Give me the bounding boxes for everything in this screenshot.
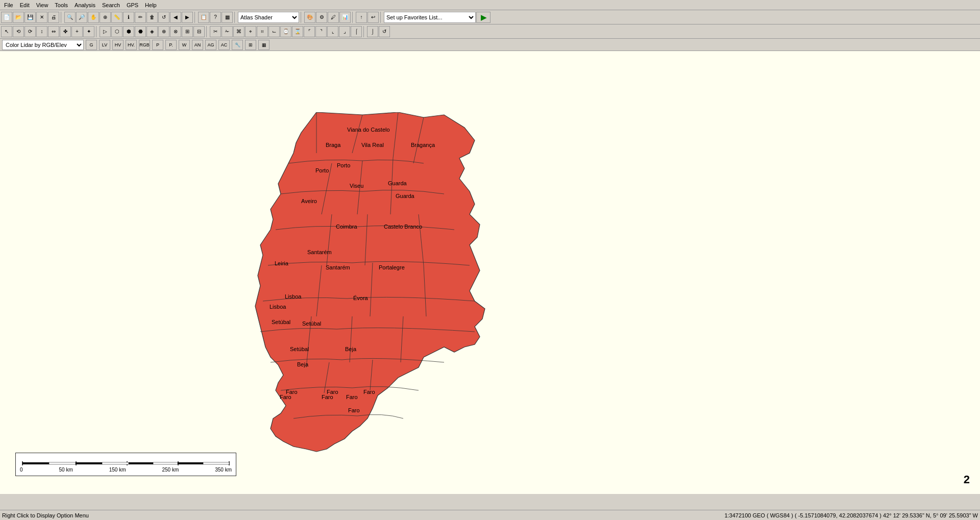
- menu-file[interactable]: File: [1, 1, 16, 9]
- t2-btn8[interactable]: ✦: [83, 26, 94, 37]
- sep4: [301, 12, 303, 23]
- t2-btn18[interactable]: ✂: [210, 26, 221, 37]
- layer-btn14[interactable]: ▦: [258, 40, 270, 50]
- t2-btn31[interactable]: ⌡: [367, 26, 378, 37]
- t2-btn17[interactable]: ⊟: [193, 26, 205, 37]
- delete-button[interactable]: 🗑: [146, 12, 158, 23]
- t2-btn11[interactable]: ⬢: [123, 26, 134, 37]
- shader-select[interactable]: Atlas Shader: [238, 12, 299, 23]
- layer-btn9[interactable]: AN: [192, 40, 203, 50]
- close-button[interactable]: ✕: [36, 12, 47, 23]
- t2-btn27[interactable]: ⌝: [315, 26, 327, 37]
- t2-btn9[interactable]: ▷: [100, 26, 111, 37]
- favorites-select[interactable]: Set up Favorites List...: [384, 12, 476, 23]
- identify-button[interactable]: ℹ: [123, 12, 134, 23]
- layer-btn1[interactable]: G: [86, 40, 97, 50]
- t2-btn3[interactable]: ⟳: [24, 26, 36, 37]
- t2-btn16[interactable]: ⊞: [182, 26, 193, 37]
- menu-help[interactable]: Help: [142, 1, 160, 9]
- t2-btn26[interactable]: ⌜: [304, 26, 315, 37]
- save-button[interactable]: 💾: [24, 12, 36, 23]
- layer-btn4[interactable]: HV.: [126, 40, 137, 50]
- layer-btn11[interactable]: AC: [218, 40, 230, 50]
- print-button[interactable]: 🖨: [48, 12, 59, 23]
- sep1: [61, 12, 63, 23]
- t2-btn29[interactable]: ⌟: [339, 26, 350, 37]
- t2-btn5[interactable]: ⇔: [48, 26, 59, 37]
- t2-btn24[interactable]: ⌚: [280, 26, 291, 37]
- refresh-button[interactable]: ↺: [158, 12, 169, 23]
- map-area[interactable]: Viana do Castelo Braga Vila Real Braganç…: [0, 51, 980, 494]
- layer-btn7[interactable]: P.: [165, 40, 177, 50]
- t2-btn12[interactable]: ⬣: [135, 26, 146, 37]
- t2-btn30[interactable]: ⌠: [351, 26, 362, 37]
- t2-btn22[interactable]: ⌗: [257, 26, 268, 37]
- pan-button[interactable]: ✋: [88, 12, 99, 23]
- t2-btn7[interactable]: +: [71, 26, 83, 37]
- north-arrow-button[interactable]: ↑: [356, 12, 367, 23]
- query-button[interactable]: ?: [210, 12, 221, 23]
- rotate-button[interactable]: ↩: [368, 12, 379, 23]
- run-button[interactable]: ▶: [476, 12, 491, 23]
- toolbar2: ↖ ⟲ ⟳ ↕ ⇔ ✤ + ✦ ▷ ⬡ ⬢ ⬣ ◈ ⊕ ⊗ ⊞ ⊟ ✂ ✁ ⌘ …: [0, 24, 980, 39]
- t2-btn20[interactable]: ⌘: [233, 26, 244, 37]
- t2-btn2[interactable]: ⟲: [13, 26, 24, 37]
- layer-btn13[interactable]: ⊞: [245, 40, 256, 50]
- svg-rect-29: [153, 462, 178, 464]
- zoom-in-button[interactable]: 🔍: [64, 12, 76, 23]
- sep6: [380, 12, 382, 23]
- t2-btn15[interactable]: ⊗: [170, 26, 181, 37]
- select-button[interactable]: ⊕: [100, 12, 111, 23]
- t2-btn25[interactable]: ⌛: [292, 26, 303, 37]
- sep2: [194, 12, 197, 23]
- attr-button[interactable]: 📋: [198, 12, 209, 23]
- toolbar1: 📄 📂 💾 ✕ 🖨 🔍 🔎 ✋ ⊕ 📏 ℹ ✏ 🗑 ↺ ◀ ▶ 📋 ? ▦ At…: [0, 10, 980, 24]
- sep9: [363, 26, 365, 37]
- layer-btn3[interactable]: HV: [112, 40, 124, 50]
- menu-gps[interactable]: GPS: [124, 1, 141, 9]
- menu-view[interactable]: View: [33, 1, 52, 9]
- shader-btn2[interactable]: ⚙: [316, 12, 327, 23]
- t2-btn10[interactable]: ⬡: [111, 26, 122, 37]
- t2-btn23[interactable]: ⌙: [268, 26, 280, 37]
- measure-button[interactable]: 📏: [111, 12, 122, 23]
- open-button[interactable]: 📂: [13, 12, 24, 23]
- menu-analysis[interactable]: Analysis: [71, 1, 99, 9]
- layer-btn2[interactable]: LV: [99, 40, 110, 50]
- t2-btn32[interactable]: ↺: [379, 26, 390, 37]
- t2-btn19[interactable]: ✁: [222, 26, 233, 37]
- menu-tools[interactable]: Tools: [52, 1, 71, 9]
- edit-node-button[interactable]: ✏: [135, 12, 146, 23]
- svg-rect-24: [22, 462, 49, 464]
- t2-btn28[interactable]: ⌞: [327, 26, 338, 37]
- t2-btn13[interactable]: ◈: [146, 26, 158, 37]
- menubar: File Edit View Tools Analysis Search GPS…: [0, 0, 980, 10]
- t2-btn14[interactable]: ⊕: [158, 26, 169, 37]
- history-back-button[interactable]: ◀: [170, 12, 181, 23]
- history-fwd-button[interactable]: ▶: [182, 12, 193, 23]
- t2-btn4[interactable]: ↕: [36, 26, 47, 37]
- shader-btn4[interactable]: 📊: [339, 12, 351, 23]
- sep7: [96, 26, 98, 37]
- layer-btn6[interactable]: P: [152, 40, 163, 50]
- t2-btn6[interactable]: ✤: [60, 26, 71, 37]
- portugal-districts: [255, 112, 485, 452]
- menu-edit[interactable]: Edit: [17, 1, 33, 9]
- zoom-out-button[interactable]: 🔎: [76, 12, 87, 23]
- shader-btn1[interactable]: 🎨: [304, 12, 315, 23]
- layer-select[interactable]: Color Lidar by RGB/Elev: [2, 40, 84, 50]
- spat-button[interactable]: ▦: [222, 12, 233, 23]
- sep8: [206, 26, 208, 37]
- layer-btn12[interactable]: 🔧: [232, 40, 243, 50]
- t2-btn21[interactable]: ⌖: [245, 26, 256, 37]
- new-button[interactable]: 📄: [1, 12, 12, 23]
- scale-svg: [20, 456, 232, 466]
- shader-btn3[interactable]: 🖊: [328, 12, 339, 23]
- scale-label-250: 250 km: [162, 467, 179, 473]
- layer-btn5[interactable]: RGB: [139, 40, 150, 50]
- t2-btn1[interactable]: ↖: [1, 26, 12, 37]
- layer-btn10[interactable]: AG: [205, 40, 216, 50]
- portugal-svg: Viana do Castelo Braga Vila Real Braganç…: [250, 112, 505, 469]
- layer-btn8[interactable]: W: [179, 40, 190, 50]
- menu-search[interactable]: Search: [99, 1, 123, 9]
